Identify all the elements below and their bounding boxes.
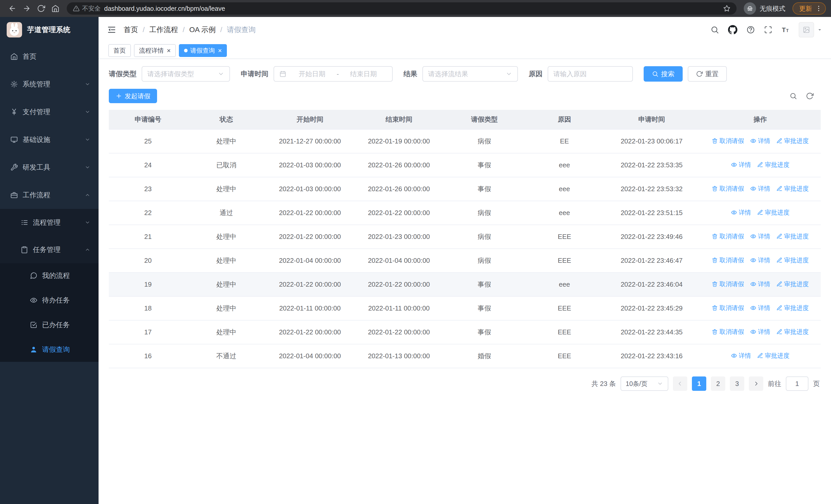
detail-action-link[interactable]: 详情	[731, 208, 751, 216]
browser-update-button[interactable]: 更新	[793, 2, 826, 14]
page-button-2[interactable]: 2	[711, 377, 725, 391]
cell-status: 不通过	[187, 344, 265, 368]
progress-action-link[interactable]: 审批进度	[757, 161, 790, 169]
cancel-action-link[interactable]: 取消请假	[712, 232, 744, 240]
sidebar-collapse-button[interactable]	[107, 25, 116, 35]
progress-action-link[interactable]: 审批进度	[757, 352, 790, 360]
sidebar-item-home[interactable]: 首页	[0, 42, 98, 70]
next-page-button[interactable]	[749, 377, 763, 391]
page-button-3[interactable]: 3	[730, 377, 744, 391]
browser-reload-button[interactable]	[34, 1, 48, 16]
cell-status: 处理中	[187, 320, 265, 344]
breadcrumb-item[interactable]: 首页	[124, 25, 138, 35]
sidebar-item-done-tasks[interactable]: 已办任务	[0, 313, 98, 337]
reason-input[interactable]	[548, 66, 633, 82]
breadcrumb-item[interactable]: OA 示例	[190, 25, 216, 35]
browser-back-button[interactable]	[5, 1, 20, 16]
result-select[interactable]: 请选择流结果	[423, 66, 518, 82]
reset-button[interactable]: 重置	[688, 66, 727, 82]
sidebar-item-leave-query[interactable]: 请假查询	[0, 337, 98, 362]
fullscreen-icon[interactable]	[764, 25, 773, 34]
progress-action-link[interactable]: 审批进度	[757, 208, 790, 216]
create-leave-button[interactable]: 发起请假	[109, 89, 157, 103]
browser-menu-icon[interactable]	[815, 5, 822, 12]
progress-action-link[interactable]: 审批进度	[776, 232, 809, 240]
breadcrumb-separator: /	[220, 26, 222, 34]
goto-page-input[interactable]	[786, 377, 808, 391]
cancel-action-link[interactable]: 取消请假	[712, 304, 744, 312]
cancel-action-link[interactable]: 取消请假	[712, 184, 744, 193]
progress-action-link[interactable]: 审批进度	[776, 304, 809, 312]
url-text: dashboard.yudao.iocoder.cn/bpm/oa/leave	[104, 5, 225, 12]
sidebar-item-todo-tasks[interactable]: 待办任务	[0, 288, 98, 313]
cell-end-time: 2022-01-26 00:00:00	[354, 177, 443, 201]
bookmark-star-icon[interactable]	[723, 5, 730, 12]
page-size-select[interactable]: 10条/页	[621, 377, 668, 391]
close-icon[interactable]: ×	[218, 47, 222, 54]
progress-action-link[interactable]: 审批进度	[776, 184, 809, 193]
sidebar-item-payment-management[interactable]: 支付管理	[0, 98, 98, 126]
start-date-placeholder: 开始日期	[288, 69, 336, 79]
cell-start-time: 2022-01-04 00:00:00	[265, 344, 354, 368]
refresh-table-button[interactable]	[806, 92, 813, 100]
breadcrumb-item[interactable]: 工作流程	[149, 25, 178, 35]
eye-icon	[731, 209, 737, 215]
detail-action-link[interactable]: 详情	[750, 232, 770, 240]
tab-process-detail[interactable]: 流程详情×	[134, 44, 176, 57]
toggle-search-button[interactable]	[790, 92, 797, 100]
sidebar-item-infrastructure[interactable]: 基础设施	[0, 126, 98, 153]
cell-apply-time: 2022-01-22 23:53:35	[604, 153, 699, 177]
close-icon[interactable]: ×	[167, 47, 171, 54]
search-icon[interactable]	[710, 25, 719, 34]
progress-action-link[interactable]: 审批进度	[776, 137, 809, 145]
sidebar-item-dev-tools[interactable]: 研发工具	[0, 153, 98, 181]
help-icon[interactable]	[746, 25, 755, 34]
cancel-action-link[interactable]: 取消请假	[712, 137, 744, 145]
detail-action-link[interactable]: 详情	[731, 161, 751, 169]
detail-action-link[interactable]: 详情	[750, 184, 770, 193]
prev-page-button[interactable]	[673, 377, 687, 391]
cell-apply-time: 2022-01-22 23:49:46	[604, 225, 699, 249]
sidebar-item-process-management[interactable]: 流程管理	[0, 209, 98, 236]
app-logo[interactable]: 芋道管理系统	[0, 17, 98, 42]
browser-home-button[interactable]	[48, 1, 63, 16]
progress-action-link[interactable]: 审批进度	[776, 280, 809, 288]
detail-action-link[interactable]: 详情	[750, 137, 770, 145]
sidebar-item-my-process[interactable]: 我的流程	[0, 263, 98, 288]
sidebar-item-workflow[interactable]: 工作流程	[0, 181, 98, 209]
table-row: 20处理中2022-01-04 00:00:002022-01-04 00:00…	[109, 249, 821, 272]
detail-action-link[interactable]: 详情	[731, 352, 751, 360]
user-menu[interactable]	[799, 22, 823, 37]
search-button[interactable]: 搜索	[643, 66, 683, 82]
browser-forward-button[interactable]	[20, 1, 34, 16]
cancel-action-link[interactable]: 取消请假	[712, 256, 744, 264]
cancel-action-link[interactable]: 取消请假	[712, 328, 744, 336]
cell-leave-type: 婚假	[443, 344, 525, 368]
briefcase-icon	[10, 191, 18, 199]
font-size-icon[interactable]: TT	[781, 25, 790, 34]
chevron-up-icon	[85, 192, 90, 198]
progress-action-link[interactable]: 审批进度	[776, 256, 809, 264]
gear-icon	[10, 80, 18, 88]
security-warning[interactable]: 不安全	[73, 4, 101, 12]
page-button-1[interactable]: 1	[692, 377, 706, 391]
sidebar-item-system-management[interactable]: 系统管理	[0, 70, 98, 98]
browser-toolbar: 不安全 dashboard.yudao.iocoder.cn/bpm/oa/le…	[0, 0, 831, 17]
detail-action-link[interactable]: 详情	[750, 256, 770, 264]
apply-time-range-picker[interactable]: 开始日期 - 结束日期	[274, 66, 393, 82]
address-bar[interactable]: 不安全 dashboard.yudao.iocoder.cn/bpm/oa/le…	[67, 2, 737, 14]
progress-action-link[interactable]: 审批进度	[776, 328, 809, 336]
detail-action-link[interactable]: 详情	[750, 280, 770, 288]
github-icon[interactable]	[728, 25, 738, 35]
cancel-action-link[interactable]: 取消请假	[712, 280, 744, 288]
cell-reason: EEE	[525, 320, 604, 344]
tab-home[interactable]: 首页	[108, 44, 131, 57]
cell-actions: 取消请假详情审批进度	[699, 225, 821, 249]
tab-leave-query[interactable]: 请假查询×	[179, 44, 227, 57]
wrench-icon	[10, 164, 18, 171]
detail-action-link[interactable]: 详情	[750, 304, 770, 312]
detail-action-link[interactable]: 详情	[750, 328, 770, 336]
sidebar-item-task-management[interactable]: 任务管理	[0, 236, 98, 263]
leave-type-select[interactable]: 请选择请假类型	[142, 66, 230, 82]
cell-status: 处理中	[187, 177, 265, 201]
